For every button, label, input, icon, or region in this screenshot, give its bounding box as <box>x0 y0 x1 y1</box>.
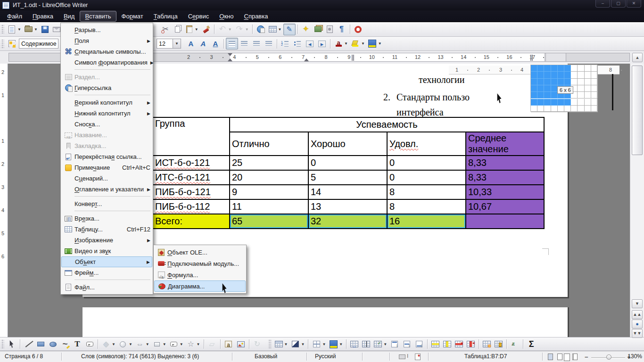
chevron-down-icon[interactable]: ▼ <box>146 342 149 346</box>
split-cells-button[interactable] <box>360 338 372 350</box>
block-arrows-button[interactable]: ▼ <box>134 338 151 350</box>
cell-average[interactable]: 10,67 <box>466 199 544 214</box>
autoformat-button[interactable] <box>481 338 493 350</box>
chevron-down-icon[interactable]: ▼ <box>378 41 382 46</box>
insert-row-button[interactable] <box>429 338 441 350</box>
header-1[interactable]: Хорошо <box>308 132 387 156</box>
cell-value[interactable]: 13 <box>308 199 387 214</box>
menu-правка[interactable]: Правка <box>27 11 58 22</box>
chevron-down-icon[interactable]: ▼ <box>17 27 21 32</box>
cell-total-value[interactable]: 32 <box>308 214 387 229</box>
cell-group[interactable]: ИСТ-б-о-121 <box>153 156 230 170</box>
header-group[interactable]: Группа <box>153 117 230 156</box>
menu-item-верхний-колонтитул[interactable]: Верхний колонтитул▶ <box>61 97 152 108</box>
cell-value[interactable]: 11 <box>230 199 308 214</box>
page-7[interactable] <box>83 307 568 337</box>
stars-button[interactable]: ▼ <box>185 338 202 350</box>
list-item-2-number[interactable]: 2. <box>383 92 390 103</box>
clone-formatting-button[interactable] <box>200 24 212 35</box>
delete-row-button[interactable] <box>453 338 465 350</box>
align-center-button[interactable] <box>238 38 250 49</box>
scroll-down-arrow[interactable]: ▼ <box>632 299 643 308</box>
bullet-list-button[interactable] <box>291 38 304 49</box>
menu-сервис[interactable]: Сервис <box>183 11 215 22</box>
page-style-status[interactable]: Базовый <box>255 353 277 360</box>
fontwork-button[interactable] <box>223 338 235 350</box>
menu-item-объект[interactable]: Объект▶ <box>61 256 152 267</box>
table-background-color-button[interactable]: ▼ <box>327 338 344 350</box>
hyperlink-button[interactable] <box>255 24 267 35</box>
menu-item-поля[interactable]: Поля▶ <box>61 35 152 46</box>
previous-page-button[interactable]: ▲▲ <box>632 310 643 319</box>
chevron-down-icon[interactable]: ▼ <box>129 342 132 346</box>
cell-group[interactable]: ИТС-б-о-121 <box>153 170 230 185</box>
formatting-marks-button[interactable] <box>336 24 348 35</box>
menu-item-подключаемый-модуль-[interactable]: Подключаемый модуль... <box>154 258 246 269</box>
delete-column-button[interactable] <box>465 338 477 350</box>
font-color-button[interactable]: ▼ <box>332 38 349 49</box>
chevron-down-icon[interactable]: ▼ <box>197 342 200 346</box>
chevron-down-icon[interactable]: ▼ <box>173 39 181 48</box>
border-color-button[interactable]: ▼ <box>310 338 327 350</box>
symbol-shapes-button[interactable]: ▼ <box>117 338 134 350</box>
indent-marker[interactable] <box>304 58 309 61</box>
cell-value[interactable]: 25 <box>230 156 308 170</box>
image-from-file-button[interactable] <box>235 338 247 350</box>
cell-total-value[interactable]: 65 <box>230 214 308 229</box>
table-selection-status[interactable]: Таблица1:B7:D7 <box>464 353 507 360</box>
chevron-down-icon[interactable]: ▼ <box>112 342 116 346</box>
book-view-icon[interactable] <box>572 354 578 360</box>
text-box-button[interactable] <box>71 338 83 350</box>
menu-item-видео-и-звук[interactable]: Видео и звук <box>61 246 152 256</box>
select-button[interactable] <box>6 338 18 350</box>
navigation-button[interactable]: ● <box>632 320 643 329</box>
menu-вставить[interactable]: Вставить <box>80 11 116 22</box>
cell-average[interactable]: 10,33 <box>466 185 544 199</box>
menu-item-примечание[interactable]: ПримечаниеCtrl+Alt+C <box>61 162 152 173</box>
language-status[interactable]: Русский <box>315 353 336 360</box>
list-item-2-text-line2[interactable]: интерфейса <box>396 107 444 118</box>
table-properties-button[interactable] <box>493 338 504 350</box>
merge-cells-button[interactable] <box>348 338 360 350</box>
help-button[interactable] <box>352 24 364 35</box>
underline-button[interactable] <box>209 38 222 49</box>
chevron-down-icon[interactable]: ▼ <box>339 342 343 346</box>
line-button[interactable] <box>22 338 34 350</box>
maximize-button[interactable]: ▢ <box>611 0 626 8</box>
toolbar-grip[interactable] <box>1 39 4 49</box>
data-sources-button[interactable] <box>324 24 336 35</box>
table-column-marker[interactable] <box>352 55 353 61</box>
menu-item-фрейм-[interactable]: Фрейм... <box>61 267 152 278</box>
new-document-button[interactable]: ▼ <box>6 24 23 35</box>
single-page-view-icon[interactable] <box>548 354 553 360</box>
chevron-down-icon[interactable]: ▼ <box>301 342 305 346</box>
border-style-button[interactable]: ▼ <box>289 338 306 350</box>
save-button[interactable] <box>39 24 51 35</box>
menu-окно[interactable]: Окно <box>214 11 239 22</box>
menu-формат[interactable]: Формат <box>116 11 149 22</box>
highlight-color-button[interactable]: ▼ <box>349 38 366 49</box>
list-item-1-text[interactable]: технологии <box>419 74 464 85</box>
chevron-down-icon[interactable]: ▼ <box>322 342 326 346</box>
menu-item-объект-ole-[interactable]: Объект OLE... <box>154 247 246 258</box>
flowchart-button[interactable]: ▼ <box>151 338 168 350</box>
cut-button[interactable] <box>159 24 172 35</box>
menu-item-специальные-символы-[interactable]: Специальные символы... <box>61 46 152 57</box>
align-bottom-button[interactable] <box>413 338 425 350</box>
scrollbar-thumb[interactable] <box>632 66 643 155</box>
cell-group[interactable]: ПИБ-б-о-112 <box>153 199 230 214</box>
menu-item-диаграмма-[interactable]: Диаграмма... <box>154 280 246 292</box>
grades-table[interactable]: ГруппаУспеваемостьОтличноХорошоУдовл.Сре… <box>152 117 545 229</box>
font-size-combo[interactable]: 12 ▼ <box>157 39 181 49</box>
first-line-indent-marker[interactable] <box>228 53 232 56</box>
menu-справка[interactable]: Справка <box>239 11 273 22</box>
cell-total-value[interactable]: 16 <box>387 214 466 229</box>
italic-button[interactable] <box>197 38 209 49</box>
paste-button[interactable]: ▼ <box>183 24 200 35</box>
chevron-down-icon[interactable]: ▼ <box>383 342 387 346</box>
menu-item-изображение[interactable]: Изображение▶ <box>61 235 152 246</box>
open-button[interactable]: ▼ <box>23 24 39 35</box>
center-vertically-button[interactable] <box>401 338 413 350</box>
freeform-line-button[interactable] <box>59 338 71 350</box>
menu-item-файл-[interactable]: Файл... <box>61 282 152 293</box>
